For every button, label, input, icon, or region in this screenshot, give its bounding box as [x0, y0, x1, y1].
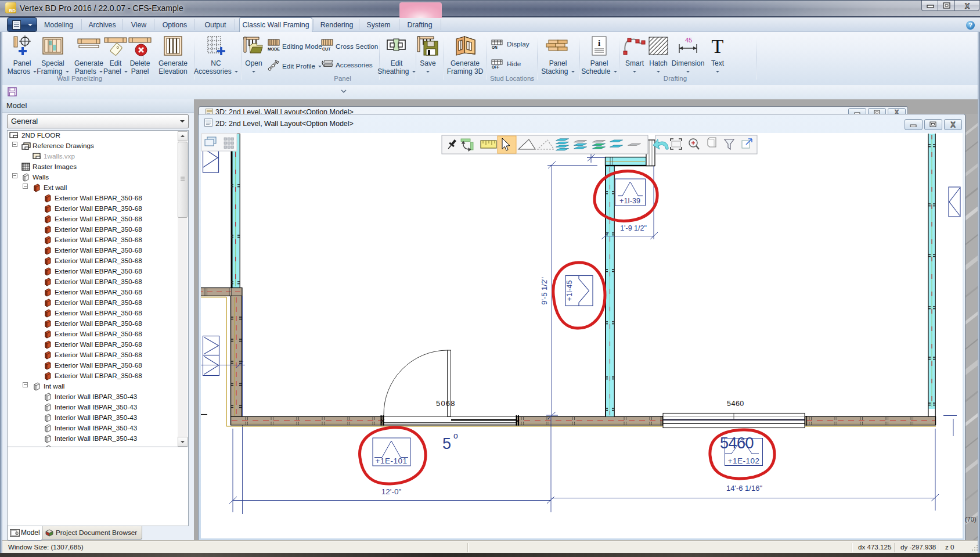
- svg-text:OFF: OFF: [492, 65, 499, 69]
- svg-text:5460: 5460: [720, 434, 754, 452]
- svg-text:X: X: [965, 2, 970, 10]
- svg-text:CUT: CUT: [322, 47, 331, 51]
- svg-text:X: X: [950, 121, 955, 129]
- svg-text:1'-9 1/2": 1'-9 1/2": [620, 224, 647, 232]
- svg-text:+1E-102: +1E-102: [728, 457, 760, 465]
- svg-text:45: 45: [685, 37, 692, 44]
- svg-text:MODE: MODE: [268, 47, 280, 51]
- svg-text:12'-0": 12'-0": [381, 487, 402, 496]
- svg-text:5460: 5460: [727, 400, 744, 408]
- svg-text:ON: ON: [492, 45, 498, 49]
- svg-text:5068: 5068: [436, 399, 456, 408]
- svg-text:9'-5 1/2": 9'-5 1/2": [540, 277, 549, 305]
- svg-text:o: o: [453, 431, 458, 440]
- svg-text:14'-6 1/16": 14'-6 1/16": [726, 484, 762, 493]
- svg-text:T: T: [712, 35, 724, 57]
- svg-text:+1E-101: +1E-101: [376, 457, 408, 465]
- svg-text:i: i: [598, 38, 600, 48]
- svg-text:5: 5: [442, 435, 451, 452]
- svg-text:+1I-39: +1I-39: [619, 197, 640, 205]
- svg-text:+1I-45: +1I-45: [565, 281, 574, 301]
